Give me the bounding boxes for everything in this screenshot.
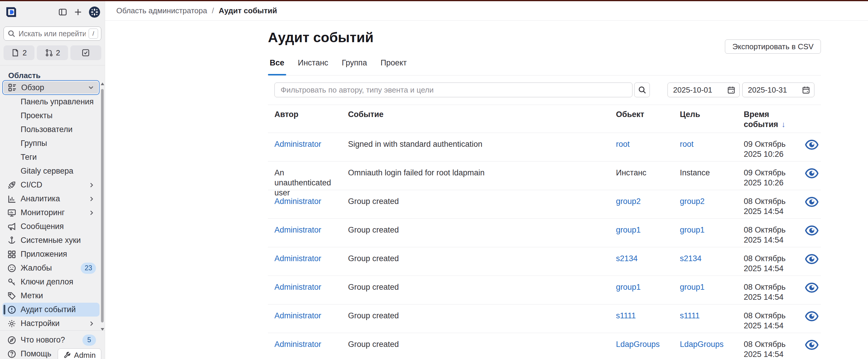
sidebar-scrollbar[interactable] [100,83,104,332]
sidebar-item-проекты[interactable]: Проекты [2,109,99,122]
cell-object-link[interactable]: s2134 [616,254,638,263]
filter-search-button[interactable] [634,83,650,97]
cell-object: LdapGroups [616,333,680,359]
view-details-button[interactable] [804,166,820,181]
cell-author-link[interactable]: Administrator [274,140,321,148]
view-details-button[interactable] [804,337,820,353]
table-header-row: АвторСобытиеОбьектЦельВремя события ↓ [268,105,821,133]
slash-shortcut-key: / [89,29,98,38]
wrench-icon [63,351,71,359]
sidebar-item-приложения[interactable]: Приложения [2,247,99,261]
sidebar-item-gitaly-сервера[interactable]: Gitaly сервера [2,164,99,178]
filter-row: 2025-10-01 2025-10-31 [268,83,821,97]
scrollbar-up-arrow[interactable] [101,83,104,85]
counter-pill-issues-icon[interactable]: 2 [3,46,34,60]
cell-target-link[interactable]: root [680,140,694,148]
view-details-button[interactable] [804,194,820,210]
view-details-button[interactable] [804,137,820,153]
cell-author: Administrator [274,304,348,333]
cell-object-link[interactable]: group1 [616,283,641,292]
view-details-button[interactable] [804,280,820,295]
counter-pill-merge-request-icon[interactable]: 2 [37,46,68,60]
sidebar-item-label: CI/CD [21,181,42,190]
column-header-время-события[interactable]: Время события ↓ [744,105,803,133]
cell-object-link[interactable]: group1 [616,225,641,234]
cell-target: group1 [680,219,744,247]
tab-проект[interactable]: Проект [380,58,407,75]
filter-input[interactable] [274,83,632,97]
cell-target-link[interactable]: LdapGroups [680,340,724,349]
sidebar-item-метки[interactable]: Метки [2,289,99,303]
issues-icon [11,49,20,57]
sidebar-item-панель-управления[interactable]: Панель управления [2,95,99,109]
sidebar-item-обзор[interactable]: Обзор [2,80,99,95]
sidebar-item-сообщения[interactable]: Сообщения [2,220,99,233]
cell-author: Administrator [274,276,348,304]
panel-toggle-icon[interactable] [58,8,67,17]
cell-event: Group created [348,333,616,359]
sidebar-item-группы[interactable]: Группы [2,136,99,150]
cell-author-link[interactable]: Administrator [274,254,321,263]
sidebar-item-аудит-событий[interactable]: Аудит событий [2,303,99,316]
audit-scope-tabs: ВсеИнстансГруппаПроект [268,58,821,76]
eye-icon [805,339,818,350]
eye-icon [805,311,818,322]
date-to-field[interactable]: 2025-10-31 [742,83,814,97]
sidebar-item-ci/cd[interactable]: CI/CD [2,178,99,192]
plus-icon[interactable] [73,8,83,17]
cell-author-link[interactable]: Administrator [274,311,321,320]
cell-target-link[interactable]: s2134 [680,254,702,263]
sidebar-item-системные-хуки[interactable]: Системные хуки [2,233,99,247]
column-header-цель: Цель [680,105,744,133]
export-csv-button[interactable]: Экспортировать в CSV [725,39,821,54]
sidebar-item-аналитика[interactable]: Аналитика [2,192,99,206]
tab-инстанс[interactable]: Инстанс [298,58,328,75]
cell-actions [803,190,821,218]
sidebar-item-мониторинг[interactable]: Мониторинг [2,206,99,220]
sidebar-item-label: Настройки [21,319,60,328]
sidebar-item-ключи-деплоя[interactable]: Ключи деплоя [2,275,99,289]
cell-target-link[interactable]: group2 [680,197,705,206]
admin-mode-button[interactable]: Admin [58,349,101,359]
tab-все[interactable]: Все [270,58,284,75]
sidebar-item-что-нового?[interactable]: Что нового?5 [2,333,99,347]
cell-author-link[interactable]: Administrator [274,225,321,234]
search-input[interactable] [19,29,86,38]
cell-object-link[interactable]: LdapGroups [616,340,660,349]
cell-target-link[interactable]: s1111 [680,311,700,320]
cell-object-link[interactable]: s1111 [616,311,636,320]
cell-author: Administrator [274,133,348,161]
cell-target-link[interactable]: group1 [680,283,705,292]
cell-actions [803,304,821,333]
avatar[interactable] [89,6,100,18]
counter-pill-todo-check-icon[interactable] [70,46,101,60]
cell-author: Administrator [274,333,348,359]
cell-author-link[interactable]: Administrator [274,197,321,206]
cell-target-link[interactable]: group1 [680,225,705,234]
cell-target: s2134 [680,247,744,276]
view-details-button[interactable] [804,223,820,238]
cell-object: root [616,133,680,161]
cell-object: group1 [616,276,680,304]
cell-author-link[interactable]: Administrator [274,340,321,349]
sidebar-item-пользователи[interactable]: Пользователи [2,122,99,136]
view-details-button[interactable] [804,309,820,324]
sidebar-item-label: Сообщения [21,222,64,231]
tab-группа[interactable]: Группа [342,58,367,75]
sidebar-item-жалобы[interactable]: Жалобы23 [2,261,99,275]
table-row: AdministratorGroup createds1111s111108 О… [268,304,821,333]
sidebar-item-label: Обзор [21,83,44,92]
view-details-button[interactable] [804,251,820,267]
cell-actions [803,219,821,247]
breadcrumb-admin-area[interactable]: Область администратора [116,6,207,15]
cell-author-link[interactable]: Administrator [274,283,321,292]
cell-object-link[interactable]: root [616,140,630,148]
app-logo-icon[interactable] [5,6,18,19]
sidebar-item-теги[interactable]: Теги [2,150,99,164]
sidebar-item-настройки[interactable]: Настройки [2,316,99,330]
sort-desc-arrow-icon: ↓ [781,120,785,129]
cell-object-link[interactable]: group2 [616,197,641,206]
cell-event: Group created [348,219,616,247]
scrollbar-thumb[interactable] [101,89,104,323]
date-from-field[interactable]: 2025-10-01 [668,83,740,97]
